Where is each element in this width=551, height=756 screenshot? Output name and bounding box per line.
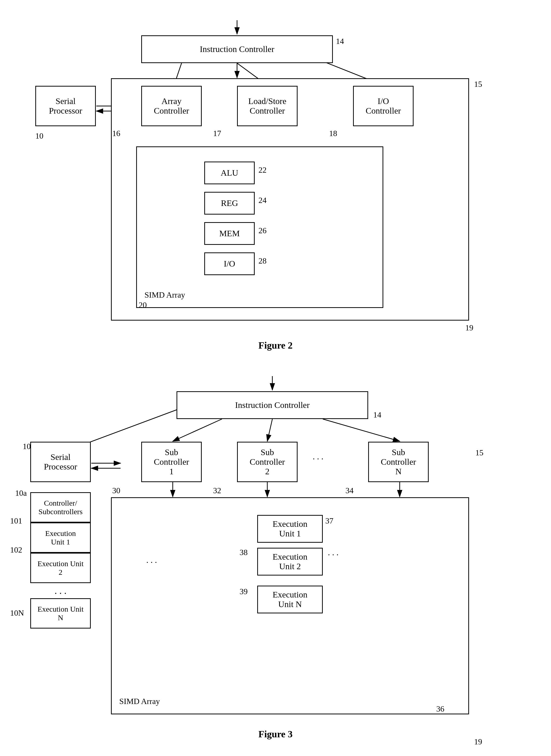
f3-eu-box1: Execution Unit 1 (257, 515, 323, 543)
f2-ref10: 10 (35, 131, 43, 141)
f3-ref38: 38 (239, 548, 247, 557)
f2-ref15: 15 (474, 79, 482, 89)
f2-ref16: 16 (112, 129, 120, 138)
f3-ref36: 36 (436, 704, 444, 714)
f2-ref19: 19 (465, 323, 473, 332)
f3-dots-stack: . . . (30, 583, 91, 598)
f2-ref20: 20 (139, 300, 147, 310)
figure2-section: Instruction Controller 14 15 Serial Proc… (20, 15, 531, 356)
f3-controller-subctrl: Controller/ Subcontrollers (30, 492, 91, 522)
svg-line-24 (323, 419, 400, 441)
f2-ref24: 24 (258, 196, 266, 205)
f2-reg: REG (204, 192, 255, 215)
f2-serial-processor: Serial Processor (35, 86, 96, 126)
f3-ref102: 102 (10, 545, 22, 555)
figure2-caption: Figure 2 (20, 340, 531, 351)
f3-ref30: 30 (112, 486, 120, 495)
figure3-section: Instruction Controller 14 15 Serial Proc… (20, 371, 531, 750)
f2-ref18: 18 (329, 129, 337, 138)
f3-ref34: 34 (346, 486, 354, 495)
f2-ref14: 14 (336, 37, 344, 46)
f3-serial-processor: Serial Processor (30, 442, 91, 482)
f3-sub-controllerN: Sub Controller N (368, 442, 429, 482)
f3-eu-box2: Execution Unit 2 (257, 548, 323, 575)
f3-ref101: 101 (10, 516, 22, 526)
f3-instruction-controller: Instruction Controller (176, 391, 368, 419)
f2-io-controller: I/O Controller (353, 86, 414, 126)
f2-ref28: 28 (258, 256, 266, 266)
svg-line-22 (173, 419, 222, 441)
f2-ref17: 17 (213, 129, 221, 138)
f3-ref14: 14 (373, 410, 381, 420)
f3-serial-stack: Controller/ Subcontrollers 10a Execution… (30, 492, 91, 628)
f3-exec-unit2: Execution Unit 2 (30, 553, 91, 583)
f3-ref10a: 10a (15, 488, 27, 498)
f3-ref37: 37 (325, 516, 334, 526)
f2-io: I/O (204, 252, 255, 275)
f3-ref10: 10 (23, 442, 31, 451)
f2-instruction-controller: Instruction Controller (141, 35, 333, 63)
f3-dots-left: . . . (146, 555, 157, 565)
f3-ref15: 15 (475, 448, 483, 457)
svg-line-23 (267, 419, 272, 441)
f3-ref10N: 10N (10, 608, 24, 618)
f3-exec-unitN: Execution Unit N (30, 598, 91, 628)
figure3-caption: Figure 3 (20, 729, 531, 740)
f3-sub-controller2: Sub Controller 2 (237, 442, 298, 482)
f2-array-controller: Array Controller (141, 86, 202, 126)
f2-alu: ALU (204, 162, 255, 184)
page: Instruction Controller 14 15 Serial Proc… (0, 0, 551, 756)
f3-exec-unit1: Execution Unit 1 (30, 522, 91, 553)
f2-ref26: 26 (258, 226, 266, 235)
f2-mem: MEM (204, 222, 255, 245)
f3-dots-sub: . . . (313, 452, 324, 461)
f3-ref32: 32 (213, 486, 221, 495)
f3-eu-boxN: Execution Unit N (257, 586, 323, 613)
f3-dots-right-eu: . . . (328, 548, 339, 557)
f3-sub-controller1: Sub Controller 1 (141, 442, 202, 482)
f2-ref22: 22 (258, 165, 266, 175)
f2-loadstore-controller: Load/Store Controller (237, 86, 298, 126)
f3-ref39: 39 (239, 587, 247, 596)
